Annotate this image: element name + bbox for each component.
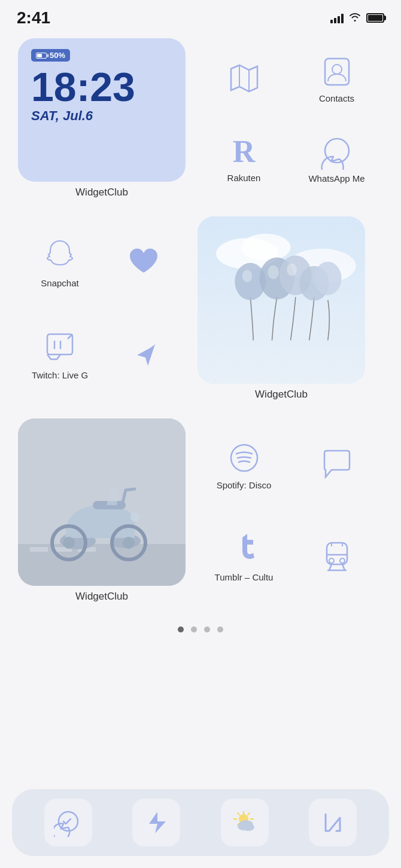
signal-icon	[330, 13, 344, 23]
page-dot-2[interactable]	[191, 626, 197, 632]
svg-point-6	[241, 234, 291, 261]
row-3: WidgetClub Spotify: Disco	[18, 418, 383, 603]
svg-point-29	[231, 445, 257, 471]
tumblr-label: Tumblr – Cultu	[215, 572, 274, 582]
app-maps[interactable]	[198, 54, 290, 102]
status-icons	[330, 11, 384, 25]
svg-point-15	[287, 264, 297, 276]
row1-icon-grid: Contacts R Rakuten WhatsApp Me	[198, 38, 383, 198]
page-dot-1[interactable]	[178, 626, 184, 632]
svg-point-27	[63, 537, 75, 549]
dock-lightning[interactable]	[132, 799, 180, 846]
svg-point-28	[130, 512, 140, 522]
scooter-widget-label: WidgetClub	[18, 591, 186, 603]
rakuten-label: Rakuten	[227, 173, 261, 183]
battery-widget-icon	[36, 53, 47, 59]
balloons-widget[interactable]: WidgetClub	[198, 216, 365, 401]
svg-rect-30	[327, 543, 347, 564]
battery-icon	[366, 13, 384, 23]
svg-point-1	[332, 65, 342, 74]
app-whatsapp[interactable]: WhatsApp Me	[290, 128, 383, 190]
wifi-icon	[348, 11, 361, 25]
dock-messenger[interactable]	[44, 799, 92, 846]
scooter-widget[interactable]: WidgetClub	[18, 418, 186, 603]
svg-point-31	[329, 558, 334, 563]
page-dots	[18, 626, 383, 632]
app-spotify[interactable]: Spotify: Disco	[198, 418, 290, 511]
svg-rect-18	[30, 547, 48, 552]
balloons-widget-label: WidgetClub	[198, 389, 365, 401]
battery-widget: 50%	[31, 49, 70, 62]
page-dot-3[interactable]	[204, 626, 210, 632]
app-health[interactable]	[102, 216, 186, 308]
twitch-label: Twitch: Live G	[32, 370, 88, 380]
dock-weather[interactable]	[221, 799, 269, 846]
dock-notion[interactable]	[309, 799, 357, 846]
app-rakuten[interactable]: R Rakuten	[198, 128, 290, 189]
svg-point-25	[123, 537, 135, 549]
snapchat-label: Snapchat	[41, 278, 78, 288]
row2-left-grid: Snapchat Twitch: Live G	[18, 216, 186, 401]
clock-date: SAT, Jul.6	[31, 108, 172, 124]
spotify-label: Spotify: Disco	[217, 480, 272, 490]
clock-time: 18:23	[31, 66, 172, 107]
app-transit[interactable]	[290, 511, 383, 603]
svg-point-32	[340, 558, 345, 563]
clock-widget[interactable]: 50% 18:23 SAT, Jul.6 WidgetClub	[18, 38, 186, 198]
rakuten-icon: R	[233, 134, 256, 169]
app-send[interactable]	[102, 308, 186, 401]
clock-widget-label: WidgetClub	[18, 187, 186, 198]
whatsapp-label: WhatsApp Me	[308, 173, 364, 184]
svg-point-13	[242, 270, 253, 282]
status-time: 2:41	[17, 8, 50, 27]
row3-right-grid: Spotify: Disco Tumblr – Cultu	[198, 418, 383, 603]
app-bubble[interactable]	[290, 418, 383, 511]
page-dot-4[interactable]	[217, 626, 223, 632]
app-tumblr[interactable]: Tumblr – Cultu	[198, 511, 290, 603]
dock	[12, 789, 389, 856]
svg-point-37	[242, 824, 254, 831]
app-twitch[interactable]: Twitch: Live G	[18, 308, 102, 401]
svg-point-12	[314, 262, 342, 295]
app-snapchat[interactable]: Snapchat	[18, 216, 102, 308]
status-bar: 2:41	[0, 0, 401, 32]
row-1: 50% 18:23 SAT, Jul.6 WidgetClub	[18, 38, 383, 198]
app-contacts[interactable]: Contacts	[290, 48, 383, 109]
contacts-label: Contacts	[319, 93, 354, 103]
home-screen: 50% 18:23 SAT, Jul.6 WidgetClub	[0, 32, 401, 632]
svg-point-14	[268, 265, 279, 279]
row-2: Snapchat Twitch: Live G	[18, 216, 383, 401]
